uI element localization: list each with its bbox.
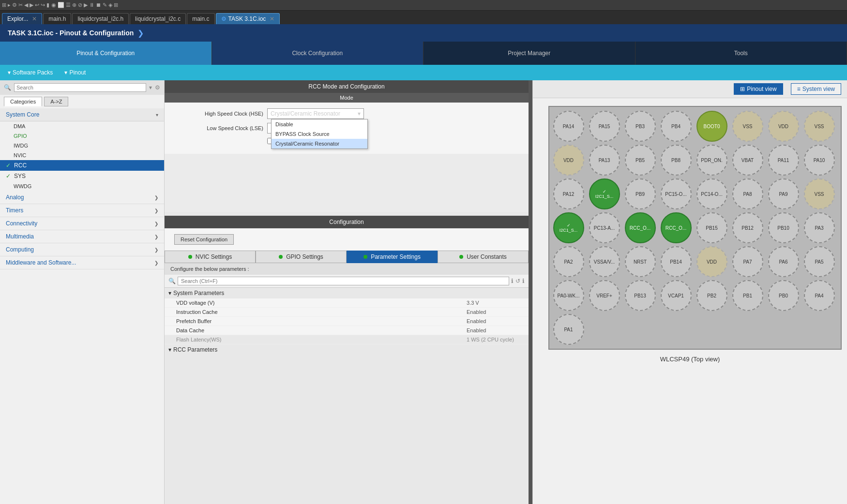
- category-middleware[interactable]: Middleware and Software... ❯: [0, 256, 164, 269]
- pin-PB9[interactable]: PB9: [625, 178, 656, 209]
- hse-option-crystal[interactable]: Crystal/Ceramic Resonator: [272, 139, 367, 148]
- params-info-icon3[interactable]: ℹ: [522, 278, 525, 284]
- pin-VCAP1[interactable]: VCAP1: [661, 280, 692, 311]
- tab-explorer-close[interactable]: ✕: [32, 15, 37, 22]
- pin-PB1[interactable]: PB1: [732, 280, 763, 311]
- pin-PA15[interactable]: PA15: [589, 111, 620, 142]
- pin-PB3[interactable]: PB3: [625, 111, 656, 142]
- nav-tab-clock[interactable]: Clock Configuration: [212, 42, 424, 65]
- category-system-core[interactable]: System Core ▾: [0, 108, 164, 121]
- pin-PC14_O___[interactable]: PC14-O...: [696, 178, 727, 209]
- pin-PA1[interactable]: PA1: [553, 314, 584, 345]
- pin-PA12[interactable]: PA12: [553, 178, 584, 209]
- system-view-button[interactable]: ≡ System view: [791, 83, 841, 95]
- pin-PA4[interactable]: PA4: [804, 280, 835, 311]
- reset-config-button[interactable]: Reset Configuration: [174, 234, 234, 245]
- params-search-input[interactable]: [178, 277, 509, 285]
- pin-PA3[interactable]: PA3: [804, 212, 835, 243]
- sidebar-tab-categories[interactable]: Categories: [4, 97, 42, 106]
- sub-nav-pinout[interactable]: ▾ Pinout: [64, 69, 86, 76]
- params-info-icon2[interactable]: ↺: [515, 278, 520, 284]
- pin-PA11[interactable]: PA11: [768, 145, 799, 176]
- tab-main-c[interactable]: main.c: [187, 13, 214, 24]
- pin-PB10[interactable]: PB10: [768, 212, 799, 243]
- sidebar-item-sys[interactable]: ✓ SYS: [0, 171, 164, 181]
- hse-option-disable[interactable]: Disable: [272, 119, 367, 129]
- pin-PA2[interactable]: PA2: [553, 246, 584, 277]
- sidebar-item-iwdg[interactable]: IWDG: [0, 141, 164, 150]
- category-analog[interactable]: Analog ❯: [0, 191, 164, 204]
- pin-VDD[interactable]: VDD: [768, 111, 799, 142]
- pin-VSSA_V___[interactable]: VSSA/V...: [589, 246, 620, 277]
- pin-PB14[interactable]: PB14: [661, 246, 692, 277]
- pin-PA14[interactable]: PA14: [553, 111, 584, 142]
- pin-NRST[interactable]: NRST: [625, 246, 656, 277]
- sidebar-search-input[interactable]: [14, 83, 146, 92]
- sidebar-dropdown-arrow[interactable]: ▾: [149, 84, 152, 91]
- pin-I2C1_S___[interactable]: ✓I2C1_S...: [553, 212, 584, 243]
- pin-PB8[interactable]: PB8: [661, 145, 692, 176]
- nav-tab-project[interactable]: Project Manager: [424, 42, 635, 65]
- category-connectivity[interactable]: Connectivity ❯: [0, 217, 164, 230]
- pin-BOOT0[interactable]: BOOT0: [696, 111, 727, 142]
- sub-nav-software-packs[interactable]: ▾ Software Packs: [8, 69, 53, 76]
- pin-PA8[interactable]: PA8: [732, 178, 763, 209]
- nav-tab-pinout[interactable]: Pinout & Configuration: [0, 42, 212, 65]
- pin-VSS[interactable]: VSS: [804, 111, 835, 142]
- pin-PA13[interactable]: PA13: [589, 145, 620, 176]
- sidebar-tab-az[interactable]: A->Z: [44, 97, 68, 106]
- scrollbar[interactable]: [529, 80, 532, 504]
- config-tab-params[interactable]: Parameter Settings: [347, 251, 438, 263]
- params-info-icon1[interactable]: ℹ: [511, 278, 514, 284]
- sidebar-item-nvic[interactable]: NVIC: [0, 150, 164, 160]
- pinout-view-button[interactable]: ⊞ Pinout view: [734, 83, 783, 95]
- pin-VSS[interactable]: VSS: [732, 111, 763, 142]
- hse-select[interactable]: Crystal/Ceramic Resonator ▾: [267, 108, 364, 119]
- pin-PC15_O___[interactable]: PC15-O...: [661, 178, 692, 209]
- config-tab-nvic[interactable]: NVIC Settings: [165, 251, 256, 263]
- pin-PB4[interactable]: PB4: [661, 111, 692, 142]
- pin-PDR_ON_[interactable]: PDR_ON.: [696, 145, 727, 176]
- pin-PB15[interactable]: PB15: [696, 212, 727, 243]
- sidebar-item-rcc[interactable]: ✓ RCC: [0, 160, 164, 171]
- sidebar-gear-icon[interactable]: ⚙: [155, 84, 160, 91]
- tab-ioc-close[interactable]: ✕: [270, 15, 274, 22]
- pin-PB13[interactable]: PB13: [625, 280, 656, 311]
- tab-lc-i2c-c[interactable]: liquidcrystal_i2c.c: [130, 13, 186, 24]
- hse-option-bypass[interactable]: BYPASS Clock Source: [272, 129, 367, 139]
- pin-PB2[interactable]: PB2: [696, 280, 727, 311]
- pin-PA6[interactable]: PA6: [768, 246, 799, 277]
- tab-ioc[interactable]: ⚙ TASK 3.1C.ioc ✕: [216, 13, 280, 24]
- pin-PA7[interactable]: PA7: [732, 246, 763, 277]
- pin-PA5[interactable]: PA5: [804, 246, 835, 277]
- sidebar-item-gpio[interactable]: GPIO: [0, 131, 164, 141]
- sidebar-item-dma[interactable]: DMA: [0, 121, 164, 131]
- pin-PA0_WK___[interactable]: PA0-WK...: [553, 280, 584, 311]
- sidebar-item-wwdg[interactable]: WWDG: [0, 181, 164, 191]
- config-tab-gpio[interactable]: GPIO Settings: [256, 251, 347, 263]
- tab-lc-i2c-h[interactable]: liquidcrystal_i2c.h: [72, 13, 129, 24]
- nav-tab-tools[interactable]: Tools: [635, 42, 847, 65]
- pin-PB5[interactable]: PB5: [625, 145, 656, 176]
- pin-RCC_O___[interactable]: RCC_O...: [625, 212, 656, 243]
- pin-I2C1_S___[interactable]: ✓I2C1_S...: [589, 178, 620, 209]
- pin-PB12[interactable]: PB12: [732, 212, 763, 243]
- category-computing[interactable]: Computing ❯: [0, 243, 164, 256]
- pin-PA9[interactable]: PA9: [768, 178, 799, 209]
- system-params-header[interactable]: ▾ System Parameters: [165, 288, 529, 298]
- tab-explorer[interactable]: Explor... ✕: [2, 13, 42, 24]
- category-multimedia[interactable]: Multimedia ❯: [0, 230, 164, 243]
- pin-VDD[interactable]: VDD: [696, 246, 727, 277]
- pin-VREF_[interactable]: VREF+: [589, 280, 620, 311]
- tab-main-h[interactable]: main.h: [43, 13, 71, 24]
- pin-VBAT[interactable]: VBAT: [732, 145, 763, 176]
- pin-PB0[interactable]: PB0: [768, 280, 799, 311]
- category-timers[interactable]: Timers ❯: [0, 204, 164, 217]
- config-tab-user[interactable]: User Constants: [438, 251, 529, 263]
- pin-VDD[interactable]: VDD: [553, 145, 584, 176]
- pin-PA10[interactable]: PA10: [804, 145, 835, 176]
- pin-PC13_A___[interactable]: PC13-A...: [589, 212, 620, 243]
- rcc-params-header[interactable]: ▾ RCC Parameters: [165, 344, 529, 355]
- pin-RCC_O___[interactable]: RCC_O...: [661, 212, 692, 243]
- pin-VSS[interactable]: VSS: [804, 178, 835, 209]
